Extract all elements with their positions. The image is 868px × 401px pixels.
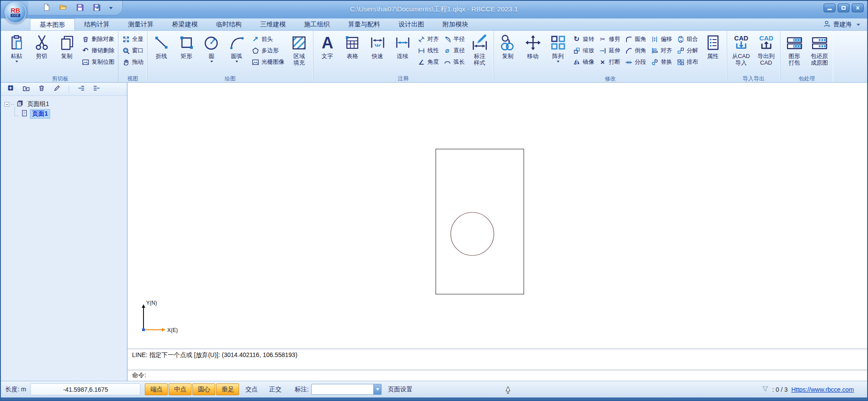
ribbon-button-bitmap[interactable]: 复制位图 [79, 56, 117, 68]
ribbon-button-copy-objects[interactable]: 复制 [495, 31, 520, 59]
command-prompt-line[interactable]: 命令: [128, 370, 867, 381]
ribbon-button-dim-continue[interactable]: 连续 [390, 31, 415, 59]
ribbon-button-dim-aligned[interactable]: 对齐 [415, 33, 441, 45]
ribbon-button-text[interactable]: A文字 [315, 31, 340, 59]
ribbon-button-segment[interactable]: 分段 [622, 56, 648, 68]
filter-icon[interactable] [761, 385, 769, 394]
ribbon-button-properties[interactable]: 属性 [700, 31, 725, 59]
save-file-button[interactable] [75, 3, 85, 13]
user-menu[interactable]: 曹建海 [824, 20, 860, 29]
snap-toggle-交点[interactable]: 交点 [240, 383, 263, 395]
drawn-circle[interactable] [451, 212, 494, 255]
tab-三维建模[interactable]: 三维建模 [251, 18, 295, 30]
chevron-down-icon[interactable] [557, 61, 559, 62]
tab-桥梁建模[interactable]: 桥梁建模 [163, 18, 207, 30]
ribbon-button-arc[interactable]: 圆弧 [224, 31, 249, 62]
ribbon-button-replace[interactable]: 替换 [648, 56, 674, 68]
tab-测量计算[interactable]: 测量计算 [119, 18, 163, 30]
add-page-button[interactable] [6, 85, 15, 94]
open-file-button[interactable] [58, 3, 68, 13]
ribbon-button-mirror[interactable]: 镜像 [570, 56, 596, 68]
ribbon-button-array[interactable]: 阵列 [545, 31, 570, 62]
ribbon-button-dim-quick[interactable]: 快速 [365, 31, 390, 59]
snap-toggle-正交[interactable]: 正交 [264, 383, 287, 395]
snap-toggle-中点[interactable]: 中点 [169, 383, 191, 395]
ribbon-button-fillet[interactable]: 圆角 [622, 33, 648, 45]
page-group-label[interactable]: 页面组1 [26, 100, 51, 109]
snap-toggle-垂足[interactable]: 垂足 [216, 383, 239, 395]
move-down-level-button[interactable] [77, 85, 85, 94]
chevron-down-icon[interactable] [210, 61, 213, 62]
snap-toggle-圆心[interactable]: 圆心 [192, 383, 215, 395]
ribbon-button-dim-radius[interactable]: 半径 [441, 33, 467, 45]
tree-item-page-group[interactable]: 页面组1 [3, 99, 125, 109]
ribbon-button-rectangle[interactable]: 矩形 [174, 31, 199, 59]
collapse-toggle-icon[interactable] [4, 102, 9, 107]
page-label[interactable]: 页面1 [30, 109, 50, 119]
ribbon-button-offset[interactable]: 偏移 [648, 33, 674, 45]
ribbon-button-circle[interactable]: 圆 [199, 31, 224, 62]
ribbon-button-cad-import[interactable]: CAD从CAD导入 [728, 31, 754, 66]
dimension-style-combobox[interactable] [311, 384, 382, 395]
qat-customize-dropdown-icon[interactable] [109, 7, 113, 9]
minimize-button[interactable] [824, 4, 835, 12]
ribbon-button-move[interactable]: 移动 [520, 31, 545, 59]
new-document-button[interactable] [41, 3, 51, 13]
ribbon-button-polyline[interactable]: 折线 [149, 31, 174, 59]
ribbon-button-copy[interactable]: 复制 [54, 31, 79, 59]
ribbon-button-hatch[interactable]: 区域填充 [287, 31, 312, 66]
ribbon-button-arrow-ne[interactable]: ↗箭头 [249, 33, 287, 45]
ribbon-button-unpack[interactable]: 包还原成原图 [807, 31, 832, 66]
tab-设计出图[interactable]: 设计出图 [390, 18, 434, 30]
ribbon-button-dim-diameter[interactable]: ⌀直径 [441, 45, 467, 56]
ribbon-button-extend[interactable]: 延伸 [596, 45, 622, 56]
ribbon-button-trash[interactable]: 删除对象 [79, 33, 117, 45]
ribbon-button-break[interactable]: ×打断 [596, 56, 622, 68]
ribbon-button-pack[interactable]: 图形打包 [782, 31, 807, 66]
ribbon-button-combine[interactable]: 组合 [674, 33, 700, 45]
ribbon-button-paste[interactable]: 粘贴 [4, 31, 29, 62]
website-link[interactable]: Https://www.rbcce.com [791, 386, 854, 393]
ribbon-button-explode[interactable]: 分解 [674, 45, 700, 56]
tab-施工组织[interactable]: 施工组织 [295, 18, 339, 30]
tab-附加模块[interactable]: 附加模块 [434, 18, 478, 30]
close-button[interactable]: × [852, 4, 864, 12]
dimension-style-input[interactable] [312, 384, 373, 394]
drawing-canvas[interactable]: Y(N) X(E) [128, 83, 867, 349]
ribbon-button-align[interactable]: 对齐 [648, 45, 674, 56]
tab-结构计算[interactable]: 结构计算 [75, 18, 119, 30]
tab-临时结构[interactable]: 临时结构 [207, 18, 251, 30]
tab-基本图形[interactable]: 基本图形 [30, 18, 75, 30]
save-as-button[interactable] [92, 3, 101, 13]
ribbon-button-cad-export[interactable]: CAD导出到CAD [754, 31, 779, 66]
chevron-down-icon[interactable] [235, 61, 238, 62]
chevron-down-icon[interactable] [15, 61, 18, 62]
maximize-button[interactable] [838, 4, 850, 12]
ribbon-button-zoom-window[interactable]: 窗口 [120, 45, 146, 56]
delete-button[interactable] [37, 85, 46, 94]
combo-dropdown-button[interactable] [373, 384, 381, 394]
add-group-button[interactable] [22, 85, 30, 94]
ribbon-button-dim-style[interactable]: 标注样式 [467, 31, 492, 66]
ribbon-button-undo[interactable]: ↶撤销删除 [79, 45, 117, 56]
ribbon-button-trim[interactable]: ✂修剪 [596, 33, 622, 45]
tree-item-page[interactable]: 页面1 [3, 109, 125, 119]
ribbon-button-pan-hand[interactable]: 拖动 [120, 56, 146, 68]
ribbon-button-dim-linear[interactable]: 线性 [415, 45, 441, 56]
ribbon-button-polygon[interactable]: 多边形 [249, 45, 287, 56]
ribbon-button-dim-arclen[interactable]: 弧长 [441, 56, 467, 68]
ribbon-button-scale[interactable]: 缩放 [570, 45, 596, 56]
ribbon-button-dim-angle[interactable]: ∠角度 [415, 56, 441, 68]
snap-toggle-端点[interactable]: 端点 [145, 383, 168, 395]
ribbon-button-raster-image[interactable]: 光栅图像 [249, 56, 287, 68]
move-up-level-button[interactable] [92, 85, 101, 94]
ribbon-button-table[interactable]: 表格 [340, 31, 365, 59]
tab-算量与配料[interactable]: 算量与配料 [339, 18, 390, 30]
drawn-rectangle[interactable] [436, 149, 524, 294]
ribbon-button-cut[interactable]: 剪切 [29, 31, 54, 59]
ribbon-button-chamfer[interactable]: 倒角 [622, 45, 648, 56]
ribbon-button-fit-all[interactable]: 全显 [120, 33, 146, 45]
ribbon-button-rotate[interactable]: ↻旋转 [570, 33, 596, 45]
app-logo[interactable]: RB CCE [4, 1, 26, 23]
rename-button[interactable] [52, 85, 61, 94]
